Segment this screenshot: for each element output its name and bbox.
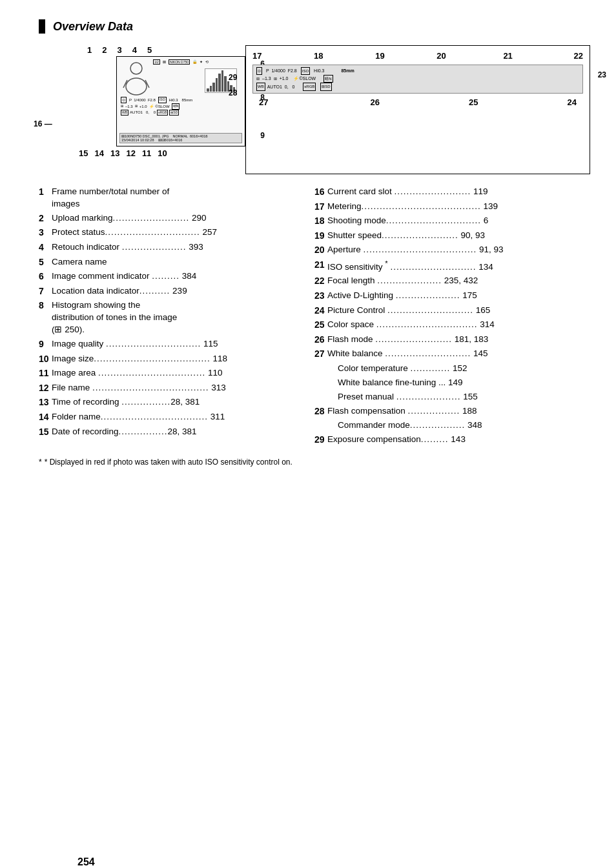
entry-9: 9 Image quality ........................… (39, 338, 308, 351)
right-bottom-nums: 27262524 (252, 97, 583, 107)
entry-1: 1 Frame number/total number ofimages (39, 186, 308, 210)
entry-26: 26 Flash mode ......................... … (314, 334, 584, 347)
entry-11: 11 Image area ..........................… (39, 367, 308, 380)
num-label-5: 5 (147, 45, 152, 55)
entry-27-sub2: White balance fine-tuning ... 149 (314, 377, 584, 389)
num-label-2: 2 (102, 45, 107, 55)
right-top-nums: 171819202122 (252, 51, 583, 61)
entry-16: 16 Current card slot ...................… (314, 186, 584, 199)
side-num-labels: 29 28 (229, 70, 237, 101)
diagram-right-container: 29 28 171819202122 ⊙ P 1/4000 F2.8 ISO H… (245, 45, 590, 174)
entry-12: 12 File name ...........................… (39, 382, 308, 395)
title-bar-icon (39, 19, 45, 34)
entry-27-sub1: Color temperature ............. 152 (314, 363, 584, 375)
entry-28: 28 Flash compensation ................. … (314, 405, 584, 418)
entry-13: 13 Time of recording ................28,… (39, 396, 308, 409)
entry-14: 14 Folder name..........................… (39, 411, 308, 424)
num-label-10: 10 (158, 148, 167, 158)
entry-15: 15 Date of recording................28, … (39, 426, 308, 439)
footnote-marker: * (39, 458, 42, 467)
camera-person-icon (121, 62, 152, 96)
entry-7: 7 Location data indicator.......... 239 (39, 285, 308, 298)
entry-19: 19 Shutter speed........................… (314, 230, 584, 243)
entries-left-col: 1 Frame number/total number ofimages 2 U… (39, 186, 314, 449)
entry-25: 25 Color space .........................… (314, 319, 584, 332)
bottom-numbers-row: 15 14 13 12 11 10 (39, 148, 232, 158)
num-label-14: 14 (94, 148, 103, 158)
footnote: * * Displayed in red if photo was taken … (39, 458, 590, 467)
page-title: Overview Data (39, 19, 590, 34)
entries-right-col: 16 Current card slot ...................… (314, 186, 590, 449)
num-label-3: 3 (117, 45, 121, 55)
num-label-1: 1 (87, 45, 92, 55)
page-number: 254 (77, 856, 95, 868)
entry-6: 6 Image comment indicator ......... 384 (39, 270, 308, 283)
camera-bottom-bar: ⊞100ND750 DSC_0001. JPG NORMAL 6016×4016… (119, 133, 242, 143)
entry-3: 3 Protect status........................… (39, 227, 308, 239)
camera-data-display: ⊙ P 1/4000 F2.8 ISO Hi0.3 85mm ⊞–1.3 ⊞+1… (121, 97, 242, 116)
entry-18: 18 Shooting mode........................… (314, 215, 584, 228)
num-label-15: 15 (79, 148, 88, 158)
diagram-left: 1 2 3 4 5 16 — (39, 45, 232, 174)
entries-container: 1 Frame number/total number ofimages 2 U… (39, 186, 590, 449)
title-text: Overview Data (53, 20, 133, 34)
num-label-4: 4 (132, 45, 137, 55)
camera-screen: ⊙ P 1/4000 F2.8 ISO Hi0.3 85mm ⊞–1.3 ⊞+1… (116, 56, 245, 146)
entry-5: 5 Camera name (39, 256, 308, 269)
num-label-11: 11 (142, 148, 151, 158)
svg-point-1 (126, 78, 147, 95)
entry-22: 22 Focal length ..................... 23… (314, 275, 584, 288)
right-screen-content: ⊙ P 1/4000 F2.8 ISO Hi0.3 85mm ⊞–1.3 ⊞+1… (252, 65, 583, 94)
num-label-12: 12 (126, 148, 135, 158)
entry-21: 21 ISO sensitivity * ...................… (314, 259, 584, 273)
entry-29: 29 Exposure compensation......... 143 (314, 434, 584, 447)
entry-27: 27 White balance .......................… (314, 348, 584, 361)
entry-17: 17 Metering.............................… (314, 201, 584, 214)
top-icons-row: 1/2 ⊠ NIKON D750 🔒 ✦ ⟲ (117, 59, 245, 65)
entry-10: 10 Image size...........................… (39, 353, 308, 366)
num-label-16: 16 — (34, 119, 52, 128)
entry-4: 4 Retouch indicator ....................… (39, 241, 308, 254)
entry-24: 24 Picture Control .....................… (314, 305, 584, 318)
footnote-text: * Displayed in red if photo was taken wi… (45, 458, 293, 467)
num-label-13: 13 (110, 148, 119, 158)
right-screen-box: 171819202122 ⊙ P 1/4000 F2.8 ISO Hi0.3 8… (245, 45, 590, 174)
entry-27-sub3: Preset manual ..................... 155 (314, 391, 584, 403)
entry-8: 8 Histogram showing thedistribution of t… (39, 299, 308, 336)
num-label-23: 23 (598, 70, 606, 79)
entry-20: 20 Aperture ............................… (314, 244, 584, 257)
diagrams-row: 1 2 3 4 5 16 — (39, 45, 590, 174)
entry-2: 2 Upload marking........................… (39, 212, 308, 225)
entry-23: 23 Active D-Lighting ...................… (314, 290, 584, 303)
entry-28-sub1: Commander mode.................. 348 (314, 419, 584, 432)
